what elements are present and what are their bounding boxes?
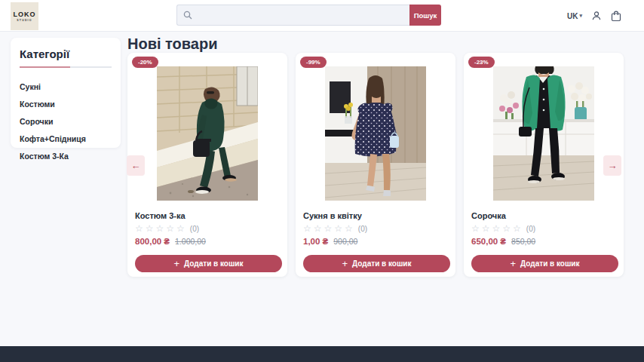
logo-title: LOKO [14,11,36,18]
carousel-next-button[interactable]: → [603,155,621,176]
arrow-right-icon: → [608,160,618,171]
header-actions: UK ▾ [567,0,621,32]
add-to-cart-button[interactable]: + Додати в кошик [471,255,618,272]
product-image[interactable] [493,66,594,201]
product-image[interactable] [325,66,426,201]
categories-list: Сукні Костюми Сорочки Кофта+Спідниця Кос… [20,78,112,164]
sidebar-item-sorochky[interactable]: Сорочки [20,112,112,130]
discount-badge: -99% [300,57,327,68]
product-prices: 650,00 ₴ 850,00 [471,237,616,246]
old-price: 850,00 [511,237,535,246]
discount-badge: -23% [468,57,495,68]
product-info: Костюм 3-ка ☆☆☆☆☆ (0) 800,00 ₴ 1.000,00 … [127,211,287,272]
cart-icon[interactable] [611,11,621,22]
rating-count: (0) [358,225,367,233]
chevron-down-icon: ▾ [579,13,582,19]
star-rating-icons: ☆☆☆☆☆ [303,223,355,234]
language-value: UK [567,12,578,20]
product-title[interactable]: Костюм 3-ка [135,211,280,220]
product-prices: 800,00 ₴ 1.000,00 [135,237,280,246]
product-card: -23% [464,53,624,277]
product-carousel: -20% [127,53,624,277]
search-bar: Пошук [176,5,441,26]
product-image[interactable] [157,66,258,201]
product-title[interactable]: Сукня в квітку [303,211,448,220]
categories-panel: Категорії Сукні Костюми Сорочки Кофта+Сп… [11,38,121,148]
sidebar-item-kostyumy[interactable]: Костюми [20,95,112,112]
logo[interactable]: LOKO STUDIO [11,2,38,30]
sidebar-item-kofta-spidnytsia[interactable]: Кофта+Спідниця [20,130,112,147]
product-rating: ☆☆☆☆☆ (0) [471,223,616,234]
old-price: 1.000,00 [175,237,206,246]
arrow-left-icon: ← [131,160,141,171]
current-price: 650,00 ₴ [471,237,506,246]
add-to-cart-label: Додати в кошик [520,259,579,268]
discount-badge: -20% [132,57,158,68]
search-field-wrap [176,5,409,26]
language-selector[interactable]: UK ▾ [567,12,582,20]
star-rating-icons: ☆☆☆☆☆ [471,223,523,234]
logo-subtitle: STUDIO [17,19,32,22]
sidebar-item-sukni[interactable]: Сукні [20,78,112,95]
plus-icon: + [342,259,348,268]
rating-count: (0) [526,225,535,233]
sidebar-item-kostyum-3ka[interactable]: Костюм 3-Ка [20,147,112,164]
add-to-cart-label: Додати в кошик [352,259,411,268]
star-rating-icons: ☆☆☆☆☆ [135,223,187,234]
categories-divider [20,66,112,68]
carousel-prev-button[interactable]: ← [127,155,145,176]
add-to-cart-button[interactable]: + Додати в кошик [303,255,450,272]
search-input[interactable] [197,11,409,20]
add-to-cart-label: Додати в кошик [184,259,243,268]
current-price: 800,00 ₴ [135,237,170,246]
product-rating: ☆☆☆☆☆ (0) [135,223,280,234]
header: LOKO STUDIO Пошук UK ▾ [0,0,644,32]
product-info: Сукня в квітку ☆☆☆☆☆ (0) 1,00 ₴ 900,00 +… [296,211,455,272]
product-card: -20% [127,53,287,277]
product-title[interactable]: Сорочка [471,211,616,220]
add-to-cart-button[interactable]: + Додати в кошик [135,255,282,272]
product-rating: ☆☆☆☆☆ (0) [303,223,448,234]
rating-count: (0) [190,225,199,233]
page-title: Нові товари [127,35,217,53]
product-card: -99% [296,53,455,277]
search-button[interactable]: Пошук [409,5,441,26]
plus-icon: + [174,259,180,268]
categories-title: Категорії [20,48,112,60]
search-icon [183,11,192,20]
product-prices: 1,00 ₴ 900,00 [303,237,448,246]
plus-icon: + [511,259,517,268]
old-price: 900,00 [333,237,357,246]
current-price: 1,00 ₴ [303,237,328,246]
account-icon[interactable] [591,11,602,21]
footer-bar [0,346,644,362]
product-info: Сорочка ☆☆☆☆☆ (0) 650,00 ₴ 850,00 + Дода… [464,211,624,272]
